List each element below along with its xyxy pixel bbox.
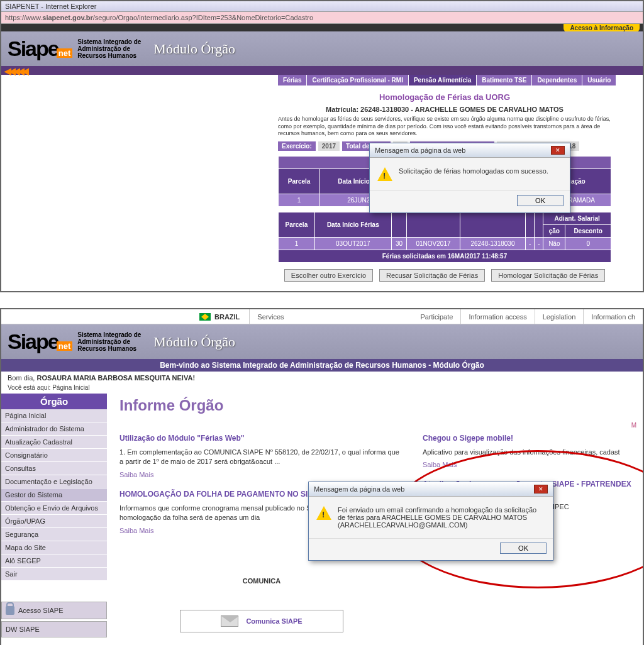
panel-2: BRAZIL Services Participate Information …: [0, 308, 644, 645]
sidebar-item-consultas[interactable]: Consultas: [1, 462, 107, 475]
top-dark-bar: Acesso à Informação: [1, 24, 643, 31]
sidebar-item-mapa[interactable]: Mapa do Site: [1, 541, 107, 554]
warning-icon: [377, 167, 392, 181]
tab-ferias[interactable]: Férias: [278, 75, 306, 85]
close-icon[interactable]: ✕: [534, 485, 548, 493]
sidebar-item-consignatario[interactable]: Consignatário: [1, 449, 107, 462]
sidebar-header: Órgão: [1, 394, 107, 409]
tabs-row: Férias Certificação Profissional - RMI P…: [278, 75, 643, 85]
welcome-bar: Bem-vindo ao Sistema Integrado de Admini…: [1, 359, 643, 372]
right1-title: Chegou o Sigepe mobile!: [423, 434, 636, 443]
modulo-title: Módulo Órgão: [153, 41, 235, 57]
sidebar-item-atualizacao[interactable]: Atualização Cadastral: [1, 436, 107, 449]
warning-text: Antes de homologar as férias de seus ser…: [278, 116, 611, 138]
matricula-line: Matrícula: 26248-1318030 - ARACHELLE GOM…: [278, 106, 611, 113]
tab-certificacao[interactable]: Certificação Profissional - RMI: [307, 75, 408, 85]
logo-subtitle: Sistema Integrado de Administração de Re…: [77, 38, 141, 59]
comunica-header: COMUNICA: [119, 577, 404, 585]
gov-participate[interactable]: Participate: [413, 313, 460, 321]
gov-brazil[interactable]: BRAZIL: [190, 313, 249, 321]
sidebar-item-alo-segep[interactable]: Alô SEGEP: [1, 554, 107, 568]
sidebar-item-seguranca[interactable]: Segurança: [1, 528, 107, 541]
btn-acesso-siape[interactable]: Acesso SIAPE: [1, 602, 107, 619]
envelope-icon: [221, 615, 238, 627]
gov-info-access[interactable]: Information access: [461, 313, 534, 321]
dialog-titlebar[interactable]: Mensagem da página da web ✕: [370, 143, 570, 158]
informe-title: Informe Órgão: [119, 397, 636, 414]
browser-title: SIAPENET - Internet Explorer: [1, 1, 643, 12]
btn-dw-siape[interactable]: DW SIAPE: [1, 621, 107, 637]
warning-icon: [316, 506, 331, 520]
modulo-title: Módulo Órgão: [153, 334, 235, 350]
article1-title: Utilização do Módulo "Férias Web": [119, 434, 404, 443]
url-host: siapenet.gov.br: [42, 14, 92, 21]
saiba-mais-r1[interactable]: Saiba Mais: [423, 461, 457, 468]
sidebar-item-pagina-inicial[interactable]: Página Inicial: [1, 409, 107, 422]
saiba-mais-1[interactable]: Saiba Mais: [119, 471, 153, 478]
btn-homologar[interactable]: Homologar Solicitação de Férias: [491, 269, 605, 282]
tab-pensao[interactable]: Pensão Alimentícia: [409, 75, 476, 85]
tab-dependentes[interactable]: Dependentes: [532, 75, 582, 85]
article1-body: 1. Em complementação ao COMUNICA SIAPE N…: [119, 448, 404, 467]
header-band: Siapenet Sistema Integrado de Administra…: [1, 31, 643, 66]
exercicio-label: Exercício:: [278, 141, 316, 151]
btn-escolher-exercicio[interactable]: Escolher outro Exercício: [284, 269, 373, 282]
dialog-titlebar[interactable]: Mensagem da página da web ✕: [309, 482, 553, 497]
more-link[interactable]: M: [119, 422, 636, 429]
right1-body: Aplicativo para visualização das informa…: [423, 448, 636, 457]
url-prefix: https://www.: [5, 14, 42, 21]
saiba-mais-2[interactable]: Saiba Mais: [119, 527, 153, 534]
tab-usuario[interactable]: Usuário: [582, 75, 616, 85]
page-title: Homologação de Férias da UORG: [278, 92, 611, 102]
sidebar: Órgão Página Inicial Administrador do Si…: [1, 394, 107, 645]
comunica-box[interactable]: Comunica SIAPE: [180, 610, 343, 632]
siape-logo: Siapenet: [8, 329, 72, 354]
content-area-2: Informe Órgão M Utilização do Módulo "Fé…: [107, 394, 643, 645]
sidebar-item-admin[interactable]: Administrador do Sistema: [1, 422, 107, 436]
table2-footer: Férias solicitadas em 16MAI2017 11:48:57: [279, 250, 611, 263]
user-greeting: Bom dia, ROSAURA MARIA BARBOSA MESQUITA …: [1, 372, 643, 384]
header-band-2: Siapenet Sistema Integrado de Administra…: [1, 324, 643, 359]
arrow-strip: ◀◀◀◀◀: [1, 66, 643, 75]
ok-button[interactable]: OK: [500, 543, 547, 554]
address-bar[interactable]: https://www.siapenet.gov.br/seguro/Orgao…: [1, 12, 643, 24]
tab-batimento[interactable]: Batimento TSE: [477, 75, 531, 85]
action-buttons: Escolher outro Exercício Recusar Solicit…: [278, 269, 611, 282]
close-icon[interactable]: ✕: [551, 146, 565, 155]
gov-info-ch[interactable]: Information ch: [584, 313, 643, 321]
sidebar-item-gestor[interactable]: Gestor do Sistema: [1, 488, 107, 502]
siape-logo: Siapenet: [8, 36, 72, 61]
table-row: 1 03OUT2017 30 01NOV2017 26248-1318030 -…: [279, 238, 611, 250]
breadcrumb: Você está aqui: Página Inicial: [1, 384, 643, 394]
sidebar-item-orgao-upag[interactable]: Órgão/UPAG: [1, 515, 107, 528]
url-path: /seguro/Orgao/intermediario.asp?IDItem=2…: [93, 14, 313, 21]
gov-legislation[interactable]: Legislation: [535, 313, 584, 321]
logo-subtitle: Sistema Integrado de Administração de Re…: [77, 331, 141, 352]
sidebar-item-obtencao[interactable]: Obtenção e Envio de Arquivos: [1, 502, 107, 515]
panel-1: SIAPENET - Internet Explorer https://www…: [0, 0, 644, 292]
table-solicitadas: Parcela Data Início Férias Adiant. Salar…: [278, 212, 611, 263]
flag-icon: [199, 313, 211, 321]
exercicio-value: 2017: [318, 141, 340, 151]
dialog-message: Foi enviado um email confirmando a homol…: [338, 506, 545, 529]
dialog-sucesso: Mensagem da página da web ✕ Solicitação …: [369, 143, 570, 213]
gov-services[interactable]: Services: [250, 313, 291, 321]
dialog-message: Solicitação de férias homologadas com su…: [399, 167, 548, 175]
ok-button[interactable]: OK: [517, 195, 564, 206]
sidebar-item-sair[interactable]: Sair: [1, 568, 107, 581]
sidebar-item-documentacao[interactable]: Documentação e Legislação: [1, 475, 107, 488]
main-layout: Órgão Página Inicial Administrador do Si…: [1, 394, 643, 645]
gov-bar: BRAZIL Services Participate Information …: [1, 309, 643, 324]
btn-recusar[interactable]: Recusar Solicitação de Férias: [379, 269, 485, 282]
lock-icon: [6, 606, 14, 615]
dialog-email: Mensagem da página da web ✕ Foi enviado …: [308, 482, 553, 561]
